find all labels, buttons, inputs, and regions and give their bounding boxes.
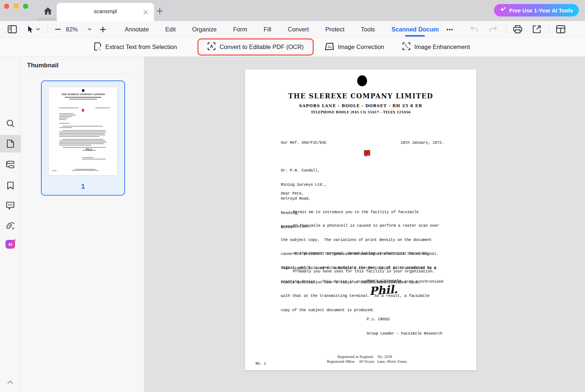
previous-page-icon[interactable]: [0, 377, 20, 387]
outline-panel-icon[interactable]: [0, 156, 20, 173]
tab-title: scansmpl: [57, 8, 154, 14]
thumbnail-panel-icon[interactable]: [0, 135, 20, 152]
menu-protect[interactable]: Protect: [325, 26, 344, 33]
new-tab-icon[interactable]: [155, 6, 165, 16]
footer-registered-office: Registered Office: 60 Vicars Lane, Ilfor…: [327, 360, 408, 363]
toolbar-divider: [506, 25, 506, 33]
home-icon[interactable]: [43, 6, 53, 16]
layout-view-icon[interactable]: [555, 21, 566, 38]
letter-salutation: Dear Pete,: [281, 191, 304, 196]
titlebar: scansmpl Free Use 1-Year AI Tools: [0, 0, 585, 21]
menu-scanned-document-active[interactable]: Scanned Docum: [392, 26, 439, 33]
extract-text-icon: [94, 42, 102, 52]
letter-paragraph-4: Probably you have uses for this facility…: [281, 269, 435, 274]
letterhead-phone: TELEPHONE BOOLE (945 13) 51617 - TELEX 1…: [245, 110, 476, 114]
document-canvas[interactable]: THE SLEREXE COMPANY LIMITED SAPORS LANE …: [144, 57, 585, 392]
toolbar-divider: [48, 25, 48, 33]
signature-handwritten: Phil.: [369, 283, 398, 297]
svg-text:N: N: [12, 227, 14, 230]
home-tab-strip: [38, 18, 59, 21]
menu-form[interactable]: Form: [233, 26, 247, 33]
image-enhancement-icon: [402, 42, 411, 52]
bookmark-panel-icon[interactable]: [0, 177, 20, 194]
image-enhancement-label: Image Enhancement: [414, 44, 470, 50]
letterhead-address: SAPORS LANE - BOOLE - DORSET - BH 25 8 E…: [245, 103, 476, 108]
letterhead-company: THE SLEREXE COMPANY LIMITED: [245, 92, 476, 100]
redo-icon[interactable]: [488, 21, 498, 38]
search-icon[interactable]: [0, 114, 20, 132]
thumbnail-panel: Thumbnail THE SLEREXE COMPANY LIMITED: [21, 57, 144, 392]
ocr-label: Convert to Editable PDF (OCR): [219, 44, 303, 50]
signature-panel-icon[interactable]: N: [0, 217, 20, 235]
svg-text:A: A: [210, 44, 214, 49]
zoom-level: 82%: [66, 21, 78, 38]
image-correction-icon: [325, 42, 334, 52]
select-tool-button[interactable]: [26, 21, 42, 38]
zoom-dropdown-icon[interactable]: [86, 21, 94, 38]
extract-text-button[interactable]: Extract Text from Selection: [94, 38, 177, 56]
minimize-window-button[interactable]: [14, 4, 19, 9]
close-tab-icon[interactable]: [141, 8, 150, 16]
zoom-window-button[interactable]: [23, 4, 28, 9]
print-icon[interactable]: [512, 21, 524, 38]
menu-convert[interactable]: Convert: [288, 26, 309, 33]
menu-annotate[interactable]: Annotate: [125, 26, 149, 33]
image-correction-button[interactable]: Image Correction: [325, 38, 384, 56]
close-window-button[interactable]: [4, 4, 9, 9]
left-icon-rail: N AI 1 1: [0, 57, 21, 392]
zoom-out-button[interactable]: [53, 21, 63, 38]
menu-tools[interactable]: Tools: [361, 26, 375, 33]
main-toolbar: 82% Annotate Edit Organize Form Fill Con…: [0, 21, 585, 38]
ai-tools-promo-button[interactable]: Free Use 1-Year AI Tools: [494, 4, 579, 16]
toggle-sidebar-icon[interactable]: [7, 21, 18, 38]
menu-fill[interactable]: Fill: [264, 26, 271, 33]
document-tab[interactable]: scansmpl: [57, 3, 154, 21]
page-thumbnail-selected[interactable]: THE SLEREXE COMPANY LIMITED: [41, 80, 125, 196]
company-logo: [357, 75, 367, 86]
thumbnail-panel-title: Thumbnail: [21, 57, 144, 75]
menu-edit[interactable]: Edit: [165, 26, 176, 33]
letter-closing: Yours sincerely,: [367, 279, 403, 283]
export-icon[interactable]: [531, 21, 543, 38]
footer-page-number: No. 1: [256, 362, 266, 366]
comment-annotation-icon[interactable]: [364, 150, 370, 157]
zoom-in-button[interactable]: [98, 21, 107, 38]
menu-organize[interactable]: Organize: [192, 26, 217, 33]
convert-to-editable-pdf-ocr-button[interactable]: A Convert to Editable PDF (OCR): [197, 38, 314, 56]
ocr-icon: A: [207, 42, 216, 52]
pdf-editor-window: scansmpl Free Use 1-Year AI Tools 82%: [0, 0, 585, 392]
image-enhancement-button[interactable]: Image Enhancement: [402, 38, 470, 56]
toolbar-divider: [549, 25, 549, 33]
letter-date: 18th January, 1972.: [400, 140, 444, 145]
undo-icon[interactable]: [469, 21, 479, 38]
menu-overflow-icon[interactable]: •••: [446, 26, 453, 33]
letter-sender: P.J. CROSS Group Leader - Facsimile Rese…: [367, 308, 442, 345]
comment-panel-icon[interactable]: [0, 197, 20, 214]
thumbnail-page-number: 1: [42, 182, 124, 191]
menu-bar: Annotate Edit Organize Form Fill Convert…: [125, 21, 453, 38]
extract-text-label: Extract Text from Selection: [105, 44, 177, 50]
scanned-document-toolbar: Extract Text from Selection A Convert to…: [0, 38, 585, 57]
promo-label: Free Use 1-Year AI Tools: [509, 7, 573, 14]
letter-ref: Our Ref. 350/PJC/EAC: [281, 140, 327, 145]
sparkle-icon: [500, 7, 506, 14]
document-page[interactable]: THE SLEREXE COMPANY LIMITED SAPORS LANE …: [245, 69, 476, 370]
ai-assistant-icon[interactable]: AI: [0, 235, 20, 253]
image-correction-label: Image Correction: [338, 44, 384, 50]
footer-registered-england: Registered in England: No. 2038: [337, 355, 392, 359]
page-thumbnail-preview: THE SLEREXE COMPANY LIMITED: [49, 87, 117, 175]
